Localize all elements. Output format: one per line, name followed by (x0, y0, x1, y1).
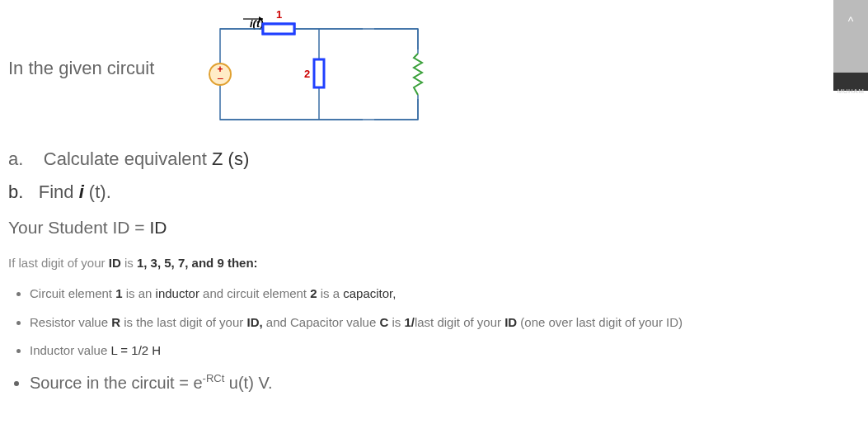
id-prefix: Your Student ID = (8, 218, 149, 237)
bullet-3: Inductor value L = 1/2 H (30, 342, 860, 361)
a-prefix: a. (8, 148, 23, 169)
it-label: i(t) (250, 17, 264, 30)
avatar (833, 0, 868, 73)
top-row: In the given circuit + − (8, 8, 860, 124)
cond-p2: is (121, 256, 137, 270)
bullet-4: Source in the circuit = e-RCt u(t) V. (30, 370, 860, 395)
id-bold: ID (149, 218, 167, 237)
bullet-1: Circuit element 1 is an inductor and cir… (30, 285, 860, 304)
problem-a: a. Calculate equivalent Z (s) (8, 148, 860, 170)
svg-rect-8 (314, 59, 324, 87)
a-bold: Z (s) (212, 148, 249, 169)
bullet-2: Resistor value R is the last digit of yo… (30, 313, 860, 332)
svg-rect-16 (263, 24, 294, 34)
problems: a. Calculate equivalent Z (s) b. Find i … (8, 148, 860, 203)
cond-b1: ID (109, 256, 121, 270)
b-rest: (t). (84, 181, 111, 202)
page-content: In the given circuit + − (0, 0, 868, 395)
el1-label: 1 (276, 8, 282, 21)
el2-label: 2 (304, 68, 310, 80)
b-prefix: b. (8, 181, 23, 202)
a-text: Calculate equivalent (44, 148, 212, 169)
problem-b: b. Find i (t). (8, 181, 860, 203)
svg-rect-13 (363, 25, 374, 122)
participant-thumbnail[interactable]: ^ MUHAM (833, 0, 868, 91)
cond-b2: 1, 3, 5, 7, and 9 then: (137, 256, 258, 270)
student-id-line: Your Student ID = ID (8, 218, 860, 238)
intro-text: In the given circuit (8, 58, 154, 79)
condition-line: If last digit of your ID is 1, 3, 5, 7, … (8, 256, 860, 270)
b-text: Find (39, 181, 79, 202)
circuit-diagram: + − i(t) 1 2 (204, 8, 434, 124)
source-minus: − (217, 72, 223, 85)
cond-p1: If last digit of your (8, 256, 109, 270)
participant-name: MUHAM (833, 87, 868, 95)
chevron-up-icon[interactable]: ^ (833, 15, 868, 28)
bullet-list: Circuit element 1 is an inductor and cir… (8, 285, 860, 395)
